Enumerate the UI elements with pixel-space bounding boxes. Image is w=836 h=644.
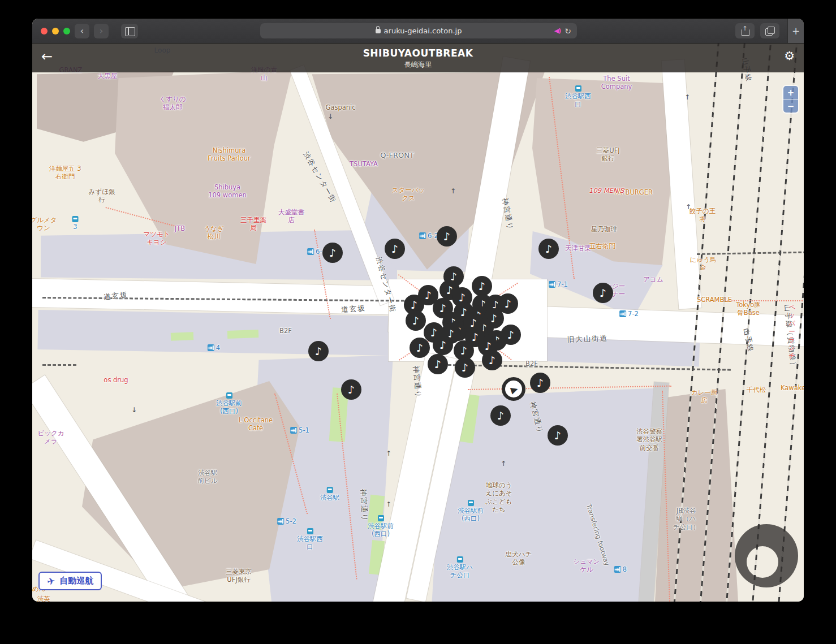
oneway-arrow: ↑ [386, 449, 391, 457]
music-note-icon: ♪ [554, 430, 561, 441]
music-note-marker[interactable]: ♪ [530, 373, 550, 393]
back-arrow-icon[interactable]: ← [41, 49, 53, 64]
music-note-icon: ♪ [329, 248, 336, 258]
exit-icon [614, 566, 621, 573]
poi-text: Tokyo豚 骨Base [736, 301, 761, 317]
poi-text: にゅう鳥 金 [690, 256, 717, 271]
street-label: 旧大山街道 [567, 334, 608, 345]
audio-playing-icon[interactable]: ◀) [554, 27, 561, 34]
map-poi-label: ビックカ メラ [37, 429, 64, 446]
exit-icon [419, 232, 426, 239]
poi-text: 渋谷駅ハ チ公口 [447, 563, 473, 580]
map-canvas[interactable]: 道玄坂道玄坂渋谷センター街渋谷センター街神宮通り神宮通り神宮通り神宮通り旧大山街… [32, 43, 804, 602]
map-poi-label: 五右衛門 [589, 242, 615, 250]
auto-cruise-button[interactable]: ✈ 自動巡航 [38, 572, 102, 590]
close-button[interactable] [41, 28, 48, 34]
music-note-marker[interactable]: ♪ [437, 226, 457, 247]
music-note-icon: ♪ [497, 410, 504, 421]
poi-text: 3 [73, 223, 77, 231]
music-note-icon: ♪ [443, 231, 450, 242]
poi-text: 三菱東京 UFJ銀行 [226, 568, 252, 584]
play-marker[interactable]: ▶ [502, 377, 525, 401]
map-poi-label: SCRAMBLE [697, 296, 732, 304]
map-poi-label: 渋谷警察 署渋谷駅 前交番 [636, 427, 662, 452]
lock-icon [376, 29, 381, 33]
play-icon: ▶ [509, 383, 519, 395]
tab-overview-button[interactable] [760, 23, 779, 38]
exit-icon [549, 281, 555, 288]
reload-icon[interactable]: ↻ [564, 27, 571, 36]
map-poi-label: にゅう鳥 金 [690, 256, 717, 272]
zoom-out-button[interactable]: − [783, 100, 798, 113]
poi-text: 五右衛門 [589, 242, 615, 250]
map-poi-label: 109 MEN'S [589, 187, 624, 195]
music-note-icon: ♪ [425, 290, 432, 301]
poi-text: グルメタ ウン [32, 216, 57, 232]
zoom-in-button[interactable]: + [783, 86, 798, 100]
music-note-marker[interactable]: ♪ [490, 405, 511, 426]
poi-text: 千代松 [747, 386, 766, 394]
map-poi-label: うなぎ 松川 [204, 224, 223, 241]
bus-stop-label: 渋谷駅西 口 [565, 85, 591, 109]
back-button[interactable]: ‹ [75, 24, 89, 38]
music-note-marker[interactable]: ♪ [548, 425, 568, 446]
bus-stop-label: 渋谷駅前 (西口) [458, 500, 484, 523]
map-poi-label: ペッパー ランチ [786, 303, 798, 360]
minimize-button[interactable] [52, 28, 59, 34]
subway-exit-label: 5-2 [277, 517, 296, 525]
poi-text: みずほ銀 行 [89, 188, 115, 204]
music-note-marker[interactable]: ♪ [322, 243, 343, 263]
map-poi-label: マツモト キヨシ [143, 230, 170, 247]
map-poi-label: 三千里薬 局 [240, 216, 266, 232]
music-note-marker[interactable]: ♪ [472, 276, 492, 296]
poi-text: SCRAMBLE [697, 296, 732, 304]
music-note-marker[interactable]: ♪ [385, 239, 405, 259]
map-poi-label: Tokyo豚 骨Base [736, 301, 761, 317]
map-poi-label: 天津甘栗 [565, 244, 591, 252]
fullscreen-button[interactable] [63, 28, 70, 34]
bus-icon [378, 515, 384, 521]
poi-text: Kawake [781, 384, 804, 392]
map-poi-label: 渋英 [37, 595, 50, 602]
map-poi-label: Q-FRONT [380, 151, 414, 160]
exit-icon [277, 518, 284, 525]
music-note-icon: ♪ [416, 343, 423, 353]
oneway-arrow: ↓ [131, 406, 137, 414]
music-note-marker[interactable]: ♪ [455, 357, 475, 378]
music-note-marker[interactable]: ♪ [482, 350, 502, 370]
sidebar-toggle-button[interactable] [121, 24, 138, 38]
music-note-marker[interactable]: ♪ [410, 338, 430, 358]
music-note-marker[interactable]: ♪ [406, 310, 426, 331]
exit-icon [208, 344, 214, 351]
poi-text: 5-1 [299, 426, 309, 434]
forward-button[interactable]: › [94, 24, 109, 38]
poi-text: 大黒屋 [98, 72, 118, 80]
music-note-marker[interactable]: ♪ [308, 341, 329, 361]
music-note-marker[interactable]: ♪ [428, 354, 448, 374]
map-poi-label: B2F [525, 360, 538, 368]
page-subtitle: 長嶋海里 [32, 60, 804, 70]
oneway-arrow: ↑ [450, 187, 456, 195]
music-note-marker[interactable]: ♪ [341, 379, 361, 400]
map-poi-label: 大黒屋 [98, 72, 118, 80]
gear-icon[interactable]: ⚙ [784, 49, 795, 63]
subway-exit-label: 7-2 [619, 310, 639, 318]
page-title: SHIBUYAOUTBREAK [32, 47, 804, 59]
poi-text: TSUTAYA [350, 160, 378, 168]
map-poi-label: 三菱UFJ 銀行 [596, 146, 619, 163]
map-poi-label: B2F [279, 327, 292, 335]
music-note-icon: ♪ [600, 288, 606, 299]
poi-text: 忠犬ハチ 公像 [506, 550, 532, 566]
exit-icon [290, 427, 297, 434]
poi-text: ビックカ メラ [37, 429, 64, 445]
address-bar[interactable]: aruku-geidai.coton.jp ◀) ↻ [260, 23, 577, 38]
music-note-marker[interactable]: ♪ [538, 239, 559, 259]
map-poi-label: 地球のう えにあそ ぶこども たち [485, 481, 512, 514]
poi-text: 8 [623, 565, 627, 573]
poi-text: マツモト キヨシ [143, 230, 170, 246]
bus-stop-label: 渋谷駅西 口 [297, 528, 323, 551]
share-button[interactable] [735, 23, 755, 38]
music-note-marker[interactable]: ♪ [593, 283, 613, 303]
music-note-marker[interactable]: ♪ [433, 335, 453, 355]
new-tab-button[interactable]: + [787, 19, 804, 43]
